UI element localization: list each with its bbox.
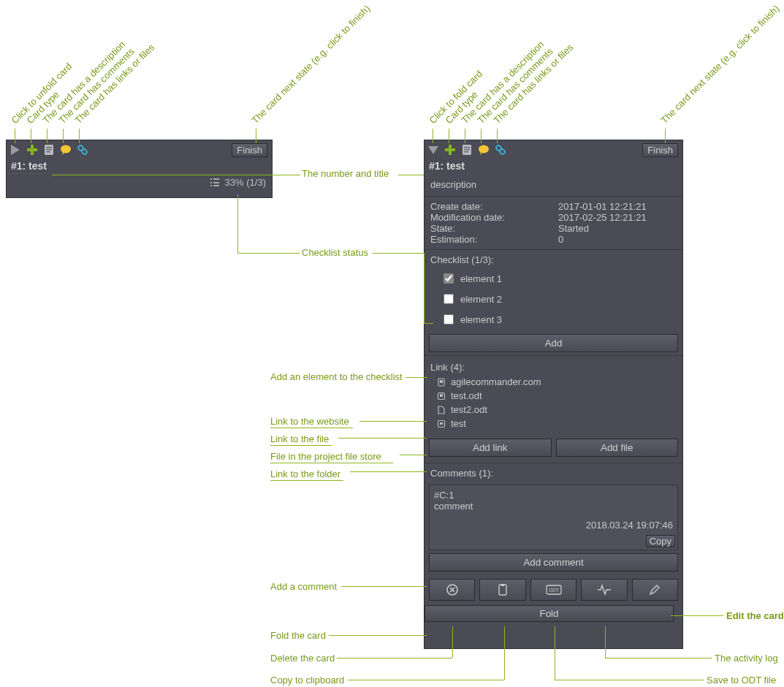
checklist-status: 33% (1/3)	[7, 173, 272, 192]
card-expanded-header: Finish	[425, 140, 682, 159]
svg-marker-11	[428, 146, 438, 154]
meta-section: Create date:2017-01-01 12:21:21 Modifica…	[425, 196, 682, 249]
fold-button[interactable]: Fold	[425, 605, 674, 622]
card-type-icon	[25, 143, 39, 157]
svg-rect-4	[46, 147, 52, 148]
anno-delete: Delete the card	[270, 653, 335, 664]
checklist-label: element 2	[460, 294, 502, 305]
card-expanded: Finish #1: test description Create date:…	[424, 140, 683, 649]
link-label: test.odt	[451, 390, 482, 401]
anno-comments2: The card has comments	[475, 46, 555, 126]
activity-log-button[interactable]	[581, 579, 627, 601]
svg-rect-2	[27, 148, 37, 151]
add-link-button[interactable]: Add link	[429, 439, 552, 457]
svg-text:ODT: ODT	[549, 588, 559, 593]
comments-icon	[58, 143, 73, 157]
link-item-web[interactable]: agilecommander.com	[430, 376, 677, 390]
add-comment-button[interactable]: Add comment	[429, 553, 678, 572]
checklist-label: element 3	[460, 314, 502, 325]
description-section: description	[425, 173, 682, 196]
checkbox[interactable]	[444, 294, 454, 304]
action-row: ODT	[425, 574, 682, 605]
store-file-icon	[436, 405, 446, 415]
comment-date: 2018.03.24 19:07:46	[586, 520, 673, 531]
meta-state-value: Started	[558, 223, 589, 234]
odt-icon: ODT	[546, 583, 562, 596]
link-label: agilecommander.com	[451, 376, 541, 387]
svg-point-7	[61, 145, 71, 153]
anno-checklist: Checklist status	[302, 247, 368, 258]
comment-box: #C:1 comment 2018.03.24 19:07:46 Copy	[429, 485, 678, 550]
fold-icon[interactable]	[426, 143, 441, 157]
meta-mod-value: 2017-02-25 12:21:21	[558, 212, 647, 223]
links-icon	[75, 143, 90, 157]
links-icon	[493, 143, 508, 157]
anno-add-checklist: Add an element to the checklist	[270, 371, 403, 382]
comment-id: #C:1	[434, 490, 673, 501]
web-link-icon	[436, 377, 446, 387]
delete-icon	[446, 583, 459, 596]
anno-nextstate2: The card next state (e.g. click to finis…	[658, 3, 781, 126]
pencil-icon	[648, 583, 661, 596]
svg-rect-13	[445, 148, 455, 151]
svg-rect-17	[464, 151, 468, 153]
link-label: test	[451, 418, 466, 429]
svg-point-18	[479, 145, 489, 153]
checklist-section: Checklist (1/3): element 1 element 2 ele…	[425, 249, 682, 331]
checklist-item[interactable]: element 2	[430, 289, 677, 309]
unfold-icon[interactable]	[8, 143, 23, 157]
anno-add-comment: Add a comment	[270, 581, 337, 592]
anno-nextstate: The card next state (e.g. click to finis…	[249, 3, 372, 126]
svg-rect-15	[464, 147, 470, 148]
comments-heading: Comments (1):	[430, 468, 677, 479]
anno-activity: The activity log	[715, 653, 778, 664]
file-link-icon	[436, 391, 446, 401]
checklist-heading: Checklist (1/3):	[430, 254, 677, 265]
svg-rect-10	[81, 148, 88, 155]
activity-icon	[597, 583, 612, 596]
svg-rect-16	[464, 149, 470, 151]
checkbox[interactable]	[444, 314, 454, 324]
link-item-store[interactable]: test2.odt	[430, 403, 677, 417]
links-section: Link (4): agilecommander.com test.odt te…	[425, 355, 682, 434]
checklist-item[interactable]: element 3	[430, 309, 677, 330]
meta-estimation-label: Estimation:	[430, 234, 558, 245]
anno-comments: The card has comments	[56, 46, 136, 126]
checkbox[interactable]	[444, 273, 454, 284]
comments-icon	[476, 143, 491, 157]
link-item-file[interactable]: test.odt	[430, 390, 677, 403]
anno-link-folder: Link to the folder	[270, 468, 340, 479]
save-odt-button[interactable]: ODT	[530, 579, 576, 601]
copy-comment-button[interactable]: Copy	[646, 535, 675, 547]
checklist-item[interactable]: element 1	[430, 268, 677, 289]
finish-button[interactable]: Finish	[232, 143, 267, 157]
svg-rect-27	[440, 422, 443, 425]
anno-edit: Edit the card	[726, 610, 784, 621]
link-item-folder[interactable]: test	[430, 417, 677, 431]
comments-section: Comments (1):	[425, 463, 682, 482]
description-icon	[460, 143, 474, 157]
copy-clipboard-button[interactable]	[479, 579, 525, 601]
svg-rect-32	[501, 584, 504, 586]
clipboard-icon	[496, 583, 509, 596]
card-type-icon	[443, 143, 457, 157]
finish-button[interactable]: Finish	[642, 143, 678, 157]
svg-rect-20	[495, 145, 502, 151]
svg-rect-23	[440, 380, 443, 383]
svg-rect-25	[440, 394, 443, 397]
comment-text: comment	[434, 501, 673, 512]
edit-card-button[interactable]	[632, 579, 678, 601]
svg-marker-0	[11, 145, 20, 155]
anno-copy: Copy to clipboard	[270, 675, 344, 686]
add-checklist-button[interactable]: Add	[429, 334, 678, 352]
checklist-label: element 1	[460, 273, 502, 284]
svg-rect-6	[46, 151, 50, 153]
checklist-percent: 33%	[225, 177, 244, 188]
anno-link-web: Link to the website	[270, 416, 349, 427]
delete-card-button[interactable]	[429, 579, 475, 601]
meta-estimation-value: 0	[558, 234, 563, 245]
checklist-fraction: (1/3)	[246, 177, 266, 188]
links-heading: Link (4):	[430, 362, 677, 373]
add-file-button[interactable]: Add file	[556, 439, 679, 457]
anno-fold: Fold the card	[270, 630, 326, 641]
